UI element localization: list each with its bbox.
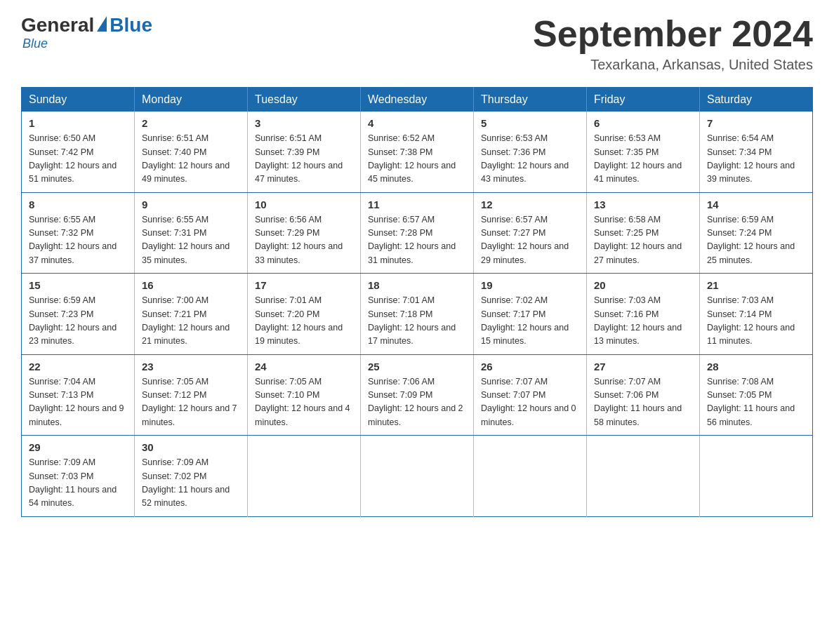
day-number: 14: [707, 199, 805, 210]
day-info: Sunrise: 6:57 AMSunset: 7:27 PMDaylight:…: [481, 213, 579, 268]
logo: General Blue Blue: [21, 14, 152, 51]
calendar-cell: 15Sunrise: 6:59 AMSunset: 7:23 PMDayligh…: [22, 274, 135, 355]
calendar-week-row: 22Sunrise: 7:04 AMSunset: 7:13 PMDayligh…: [22, 354, 813, 436]
day-info: Sunrise: 6:59 AMSunset: 7:24 PMDaylight:…: [707, 213, 805, 268]
calendar-cell: 22Sunrise: 7:04 AMSunset: 7:13 PMDayligh…: [22, 354, 135, 436]
calendar-cell: 14Sunrise: 6:59 AMSunset: 7:24 PMDayligh…: [700, 192, 813, 274]
day-info: Sunrise: 7:08 AMSunset: 7:05 PMDaylight:…: [707, 375, 805, 430]
calendar-cell: 18Sunrise: 7:01 AMSunset: 7:18 PMDayligh…: [361, 274, 474, 355]
logo-sub-text: Blue: [22, 36, 48, 51]
day-number: 17: [255, 279, 353, 291]
day-number: 4: [368, 117, 466, 129]
day-number: 21: [707, 279, 805, 291]
logo-triangle-icon: [97, 16, 107, 32]
day-number: 15: [29, 279, 127, 291]
title-section: September 2024 Texarkana, Arkansas, Unit…: [533, 14, 813, 73]
day-info: Sunrise: 7:03 AMSunset: 7:16 PMDaylight:…: [594, 294, 692, 349]
calendar-cell: 9Sunrise: 6:55 AMSunset: 7:31 PMDaylight…: [135, 192, 248, 274]
calendar-cell: 3Sunrise: 6:51 AMSunset: 7:39 PMDaylight…: [248, 112, 361, 192]
day-number: 23: [142, 361, 240, 373]
logo-blue-text: Blue: [110, 14, 152, 36]
weekday-header-wednesday: Wednesday: [361, 88, 474, 112]
calendar-table: SundayMondayTuesdayWednesdayThursdayFrid…: [21, 87, 813, 517]
day-number: 6: [594, 117, 692, 129]
month-title: September 2024: [533, 14, 813, 54]
weekday-header-monday: Monday: [135, 88, 248, 112]
calendar-cell: [248, 436, 361, 517]
day-info: Sunrise: 6:59 AMSunset: 7:23 PMDaylight:…: [29, 294, 127, 349]
day-info: Sunrise: 7:06 AMSunset: 7:09 PMDaylight:…: [368, 375, 466, 430]
calendar-cell: [474, 436, 587, 517]
day-info: Sunrise: 6:53 AMSunset: 7:36 PMDaylight:…: [481, 132, 579, 187]
calendar-cell: [700, 436, 813, 517]
calendar-cell: 26Sunrise: 7:07 AMSunset: 7:07 PMDayligh…: [474, 354, 587, 436]
day-number: 12: [481, 199, 579, 210]
calendar-cell: 21Sunrise: 7:03 AMSunset: 7:14 PMDayligh…: [700, 274, 813, 355]
calendar-cell: 30Sunrise: 7:09 AMSunset: 7:02 PMDayligh…: [135, 436, 248, 517]
calendar-cell: 29Sunrise: 7:09 AMSunset: 7:03 PMDayligh…: [22, 436, 135, 517]
calendar-cell: [361, 436, 474, 517]
weekday-header-saturday: Saturday: [700, 88, 813, 112]
day-number: 25: [368, 361, 466, 373]
day-number: 27: [594, 361, 692, 373]
calendar-cell: 24Sunrise: 7:05 AMSunset: 7:10 PMDayligh…: [248, 354, 361, 436]
day-number: 20: [594, 279, 692, 291]
day-info: Sunrise: 6:54 AMSunset: 7:34 PMDaylight:…: [707, 132, 805, 187]
calendar-cell: 1Sunrise: 6:50 AMSunset: 7:42 PMDaylight…: [22, 112, 135, 192]
day-info: Sunrise: 6:55 AMSunset: 7:32 PMDaylight:…: [29, 213, 127, 268]
day-info: Sunrise: 7:09 AMSunset: 7:02 PMDaylight:…: [142, 456, 240, 511]
day-info: Sunrise: 7:01 AMSunset: 7:18 PMDaylight:…: [368, 294, 466, 349]
day-number: 16: [142, 279, 240, 291]
calendar-cell: 8Sunrise: 6:55 AMSunset: 7:32 PMDaylight…: [22, 192, 135, 274]
weekday-header-sunday: Sunday: [22, 88, 135, 112]
day-number: 11: [368, 199, 466, 210]
calendar-cell: 12Sunrise: 6:57 AMSunset: 7:27 PMDayligh…: [474, 192, 587, 274]
calendar-cell: 20Sunrise: 7:03 AMSunset: 7:16 PMDayligh…: [587, 274, 700, 355]
calendar-cell: 19Sunrise: 7:02 AMSunset: 7:17 PMDayligh…: [474, 274, 587, 355]
calendar-cell: [587, 436, 700, 517]
day-info: Sunrise: 6:51 AMSunset: 7:40 PMDaylight:…: [142, 132, 240, 187]
day-info: Sunrise: 6:58 AMSunset: 7:25 PMDaylight:…: [594, 213, 692, 268]
day-info: Sunrise: 7:03 AMSunset: 7:14 PMDaylight:…: [707, 294, 805, 349]
calendar-cell: 6Sunrise: 6:53 AMSunset: 7:35 PMDaylight…: [587, 112, 700, 192]
day-number: 7: [707, 117, 805, 129]
logo-general-text: General: [21, 14, 94, 36]
weekday-header-thursday: Thursday: [474, 88, 587, 112]
calendar-week-row: 29Sunrise: 7:09 AMSunset: 7:03 PMDayligh…: [22, 436, 813, 517]
day-number: 26: [481, 361, 579, 373]
day-info: Sunrise: 7:09 AMSunset: 7:03 PMDaylight:…: [29, 456, 127, 511]
day-number: 10: [255, 199, 353, 210]
calendar-cell: 27Sunrise: 7:07 AMSunset: 7:06 PMDayligh…: [587, 354, 700, 436]
calendar-cell: 16Sunrise: 7:00 AMSunset: 7:21 PMDayligh…: [135, 274, 248, 355]
day-number: 18: [368, 279, 466, 291]
day-info: Sunrise: 6:52 AMSunset: 7:38 PMDaylight:…: [368, 132, 466, 187]
day-info: Sunrise: 7:00 AMSunset: 7:21 PMDaylight:…: [142, 294, 240, 349]
day-info: Sunrise: 7:02 AMSunset: 7:17 PMDaylight:…: [481, 294, 579, 349]
day-info: Sunrise: 7:05 AMSunset: 7:10 PMDaylight:…: [255, 375, 353, 430]
location-subtitle: Texarkana, Arkansas, United States: [533, 57, 813, 73]
day-info: Sunrise: 6:56 AMSunset: 7:29 PMDaylight:…: [255, 213, 353, 268]
day-info: Sunrise: 6:51 AMSunset: 7:39 PMDaylight:…: [255, 132, 353, 187]
day-number: 30: [142, 441, 240, 453]
day-number: 5: [481, 117, 579, 129]
day-number: 2: [142, 117, 240, 129]
day-number: 19: [481, 279, 579, 291]
day-number: 3: [255, 117, 353, 129]
day-info: Sunrise: 6:55 AMSunset: 7:31 PMDaylight:…: [142, 213, 240, 268]
day-info: Sunrise: 7:05 AMSunset: 7:12 PMDaylight:…: [142, 375, 240, 430]
calendar-cell: 10Sunrise: 6:56 AMSunset: 7:29 PMDayligh…: [248, 192, 361, 274]
calendar-cell: 17Sunrise: 7:01 AMSunset: 7:20 PMDayligh…: [248, 274, 361, 355]
weekday-header-friday: Friday: [587, 88, 700, 112]
calendar-week-row: 15Sunrise: 6:59 AMSunset: 7:23 PMDayligh…: [22, 274, 813, 355]
day-info: Sunrise: 6:53 AMSunset: 7:35 PMDaylight:…: [594, 132, 692, 187]
page-header: General Blue Blue September 2024 Texarka…: [21, 14, 813, 73]
day-number: 8: [29, 199, 127, 210]
weekday-header-row: SundayMondayTuesdayWednesdayThursdayFrid…: [22, 88, 813, 112]
calendar-week-row: 8Sunrise: 6:55 AMSunset: 7:32 PMDaylight…: [22, 192, 813, 274]
day-number: 1: [29, 117, 127, 129]
calendar-cell: 13Sunrise: 6:58 AMSunset: 7:25 PMDayligh…: [587, 192, 700, 274]
weekday-header-tuesday: Tuesday: [248, 88, 361, 112]
day-info: Sunrise: 6:50 AMSunset: 7:42 PMDaylight:…: [29, 132, 127, 187]
day-info: Sunrise: 7:01 AMSunset: 7:20 PMDaylight:…: [255, 294, 353, 349]
day-number: 24: [255, 361, 353, 373]
